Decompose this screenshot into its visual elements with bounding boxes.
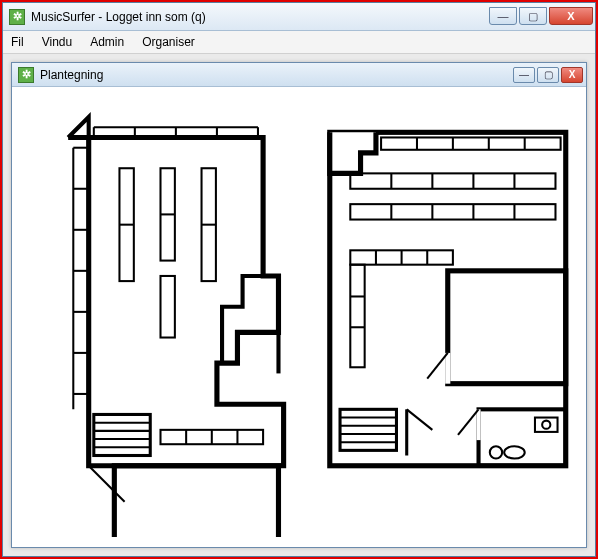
svg-point-62 [490,446,502,458]
child-titlebar[interactable]: ✲ Plantegning — ▢ X [12,63,586,87]
child-maximize-button[interactable]: ▢ [537,67,559,83]
svg-line-58 [427,353,448,379]
close-button[interactable]: X [549,7,593,25]
child-icon: ✲ [18,67,34,83]
svg-line-72 [407,409,433,430]
svg-point-63 [504,446,525,458]
mdi-client-area: ✲ Plantegning — ▢ X [3,54,595,556]
svg-rect-39 [350,173,555,188]
child-close-button[interactable]: X [561,67,583,83]
main-window: ✲ MusicSurfer - Logget inn som (q) — ▢ X… [2,2,596,557]
floor-plan-canvas [12,87,586,547]
minimize-button[interactable]: — [489,7,517,25]
child-window-title: Plantegning [40,68,103,82]
svg-rect-23 [94,414,150,455]
svg-rect-66 [340,409,396,450]
svg-point-65 [542,421,550,429]
svg-line-1 [89,466,125,502]
app-icon: ✲ [9,9,25,25]
svg-rect-53 [350,265,364,368]
menu-item-vindu[interactable]: Vindu [42,35,72,49]
menu-item-admin[interactable]: Admin [90,35,124,49]
svg-rect-20 [161,276,175,338]
main-titlebar[interactable]: ✲ MusicSurfer - Logget inn som (q) — ▢ X [3,3,595,31]
menu-bar: Fil Vindu Admin Organiser [3,31,595,54]
window-controls: — ▢ X [489,8,595,25]
svg-rect-0 [114,466,278,537]
svg-rect-56 [448,271,566,384]
svg-rect-44 [350,204,555,219]
maximize-button[interactable]: ▢ [519,7,547,25]
menu-item-fil[interactable]: Fil [11,35,24,49]
child-window-controls: — ▢ X [511,67,586,83]
window-title: MusicSurfer - Logget inn som (q) [31,10,206,24]
svg-line-61 [458,409,479,435]
svg-rect-34 [381,137,561,149]
floor-plan-svg [22,97,576,537]
menu-item-organiser[interactable]: Organiser [142,35,195,49]
child-window-plantegning: ✲ Plantegning — ▢ X [11,62,587,548]
child-minimize-button[interactable]: — [513,67,535,83]
